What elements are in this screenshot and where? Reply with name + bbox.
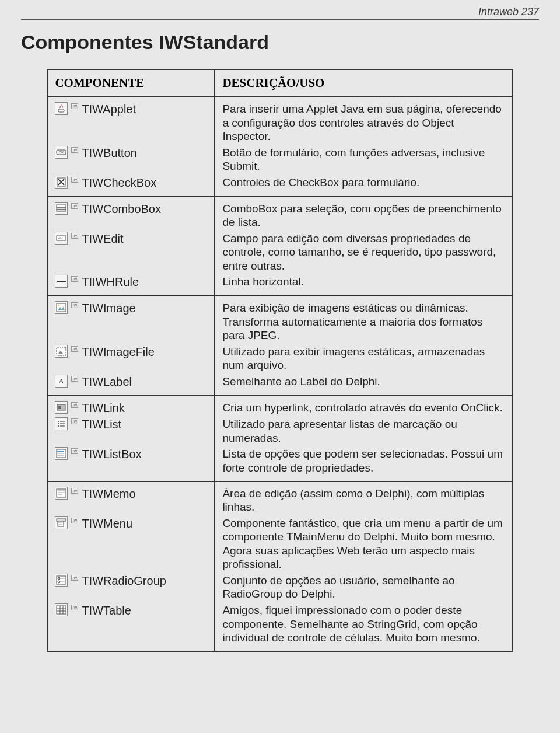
iw-badge-icon: IW bbox=[71, 103, 78, 109]
svg-rect-29 bbox=[57, 489, 66, 497]
link-icon bbox=[55, 401, 68, 414]
component-name: TIWImageFile bbox=[82, 345, 154, 359]
iw-badge-icon: IW bbox=[71, 276, 78, 282]
svg-rect-13 bbox=[57, 347, 66, 355]
table-row: IWTIWCheckBoxControles de CheckBox para … bbox=[47, 174, 512, 197]
table-header-description: DESCRIÇÃO/USO bbox=[215, 69, 512, 97]
applet-icon bbox=[55, 102, 68, 115]
component-name: TIWButton bbox=[82, 146, 136, 160]
table-row: IWTIWImagePara exibição de imagens estát… bbox=[47, 296, 512, 344]
description-cell: ComboBox para seleção, com opções de pre… bbox=[215, 197, 512, 231]
component-cell: OKIWTIWButton bbox=[47, 145, 215, 174]
description-cell: Utilizado para apresentar listas de marc… bbox=[215, 416, 512, 446]
iw-badge-icon: IW bbox=[71, 233, 78, 239]
table-icon bbox=[55, 603, 68, 616]
page-title: Componentes IWStandard bbox=[21, 31, 539, 54]
svg-point-23 bbox=[58, 425, 59, 427]
table-row: IWTIWLinkCria um hyperlink, controlado a… bbox=[47, 396, 512, 417]
svg-rect-43 bbox=[57, 606, 66, 614]
description-cell: Lista de opções que podem ser selecionad… bbox=[215, 446, 512, 481]
description-cell: Amigos, fiquei impressionado com o poder… bbox=[215, 602, 512, 651]
table-row: AIWTIWLabelSemelhante ao Label do Delphi… bbox=[47, 374, 512, 396]
component-cell: IWTIWRadioGroup bbox=[47, 573, 215, 602]
memo-icon bbox=[55, 487, 68, 500]
component-name: TIWLink bbox=[82, 401, 124, 416]
component-name: TIWLabel bbox=[82, 375, 132, 389]
iw-badge-icon: IW bbox=[71, 448, 78, 454]
checkbox-icon bbox=[55, 176, 68, 189]
component-cell: IWTIWImage bbox=[47, 296, 215, 344]
table-row: IWTIWComboBoxComboBox para seleção, com … bbox=[47, 197, 512, 231]
description-cell: Botão de formulário, com funções adversa… bbox=[215, 145, 512, 174]
svg-point-12 bbox=[58, 305, 60, 306]
component-name: TIWComboBox bbox=[82, 202, 161, 217]
component-cell: IWTIWApplet bbox=[47, 97, 215, 145]
component-name: TIWApplet bbox=[82, 102, 136, 117]
svg-point-21 bbox=[58, 423, 59, 424]
component-cell: ab|IWTIWEdit bbox=[47, 231, 215, 274]
component-name: TIWListBox bbox=[82, 447, 141, 462]
description-cell: Para exibição de imagens estáticas ou di… bbox=[215, 296, 512, 344]
description-cell: Componente fantástico, que cria um menu … bbox=[215, 515, 512, 573]
components-table: COMPONENTE DESCRIÇÃO/USO IWTIWAppletPara… bbox=[47, 69, 513, 652]
svg-text:A: A bbox=[59, 377, 64, 385]
description-cell: Utilizado para exibir imagens estáticas,… bbox=[215, 344, 512, 374]
svg-rect-0 bbox=[58, 109, 64, 112]
svg-text:ab|: ab| bbox=[58, 236, 63, 240]
svg-rect-6 bbox=[57, 210, 66, 211]
svg-text:OK: OK bbox=[59, 151, 64, 154]
table-row: IWTIWTableAmigos, fiquei impressionado c… bbox=[47, 602, 512, 651]
table-row: IWTIWImageFileUtilizado para exibir imag… bbox=[47, 344, 512, 374]
description-cell: Semelhante ao Label do Delphi. bbox=[215, 374, 512, 396]
svg-rect-18 bbox=[58, 407, 61, 409]
description-cell: Linha horizontal. bbox=[215, 274, 512, 296]
iw-badge-icon: IW bbox=[71, 418, 78, 424]
component-name: TIWImage bbox=[82, 301, 135, 316]
table-header-row: COMPONENTE DESCRIÇÃO/USO bbox=[47, 69, 512, 97]
component-name: TIWTable bbox=[82, 603, 131, 618]
component-cell: AIWTIWLabel bbox=[47, 374, 215, 396]
table-header-component: COMPONENTE bbox=[47, 69, 215, 97]
table-row: IWTIWListUtilizado para apresentar lista… bbox=[47, 416, 512, 446]
description-cell: Cria um hyperlink, controlado através do… bbox=[215, 396, 512, 417]
table-row: ab|IWTIWEditCampo para edição com divers… bbox=[47, 231, 512, 274]
iw-badge-icon: IW bbox=[71, 518, 78, 523]
svg-rect-33 bbox=[57, 519, 66, 521]
radio-icon bbox=[55, 574, 68, 587]
list-icon bbox=[55, 417, 68, 430]
document-page: Intraweb 237 Componentes IWStandard COMP… bbox=[0, 0, 560, 733]
iw-badge-icon: IW bbox=[71, 177, 78, 183]
component-cell: IWTIWCheckBox bbox=[47, 174, 215, 197]
iw-badge-icon: IW bbox=[71, 376, 78, 382]
hrule-icon bbox=[55, 275, 68, 288]
table-row: IWTIIWHRuleLinha horizontal. bbox=[47, 274, 512, 296]
running-header: Intraweb 237 bbox=[21, 6, 539, 20]
iw-badge-icon: IW bbox=[71, 203, 78, 209]
iw-badge-icon: IW bbox=[71, 488, 78, 494]
table-row: OKIWTIWButtonBotão de formulário, com fu… bbox=[47, 145, 512, 174]
listbox-icon bbox=[55, 447, 68, 460]
component-name: TIWMemo bbox=[82, 487, 135, 501]
component-name: TIWMenu bbox=[82, 516, 132, 531]
image-icon bbox=[55, 301, 68, 314]
description-cell: Para inserir uma Applet Java em sua pági… bbox=[215, 97, 512, 145]
component-name: TIWEdit bbox=[82, 232, 123, 246]
svg-rect-34 bbox=[58, 521, 64, 526]
label-icon: A bbox=[55, 375, 68, 388]
component-cell: IWTIIWHRule bbox=[47, 274, 215, 296]
edit-icon: ab| bbox=[55, 232, 68, 245]
component-name: TIWCheckBox bbox=[82, 176, 156, 190]
component-name: TIWList bbox=[82, 417, 121, 432]
svg-point-39 bbox=[59, 578, 60, 579]
description-cell: Campo para edição com diversas proprieda… bbox=[215, 231, 512, 274]
imagefile-icon bbox=[55, 345, 68, 358]
table-row: IWTIWMemoÁrea de edição (assim como o De… bbox=[47, 481, 512, 515]
component-name: TIIWHRule bbox=[82, 275, 139, 289]
component-name: TIWRadioGroup bbox=[82, 574, 166, 588]
combo-icon bbox=[55, 202, 68, 215]
svg-rect-17 bbox=[58, 406, 61, 407]
table-row: IWTIWListBoxLista de opções que podem se… bbox=[47, 446, 512, 481]
component-cell: IWTIWLink bbox=[47, 396, 215, 417]
component-cell: IWTIWMenu bbox=[47, 515, 215, 573]
svg-point-19 bbox=[58, 421, 59, 422]
